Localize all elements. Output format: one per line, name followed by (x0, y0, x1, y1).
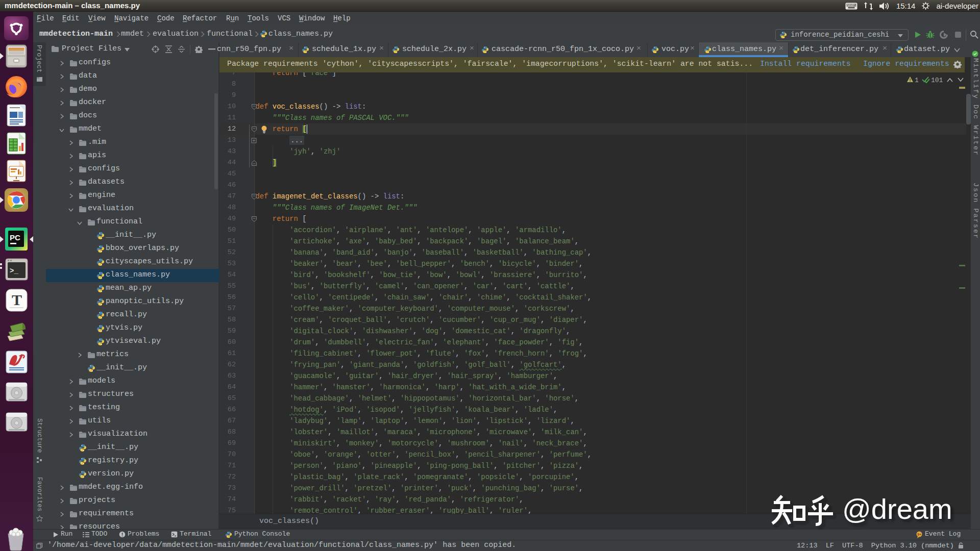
svg-text:T: T (12, 291, 22, 308)
svg-text:9+: 9+ (917, 533, 921, 537)
svg-text:>_: >_ (10, 267, 18, 275)
svg-text:PC: PC (10, 233, 20, 242)
